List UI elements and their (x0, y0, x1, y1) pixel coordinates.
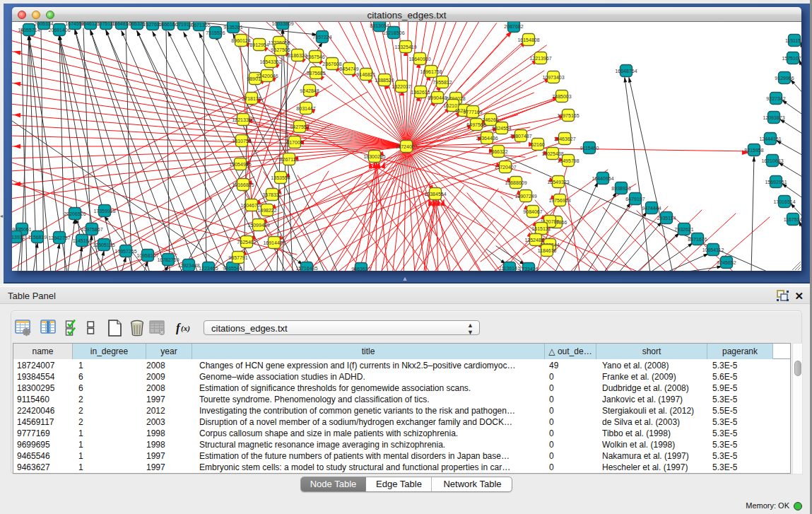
svg-text:16046708: 16046708 (240, 203, 262, 208)
svg-text:10973403: 10973403 (542, 75, 564, 80)
svg-text:9474444: 9474444 (642, 206, 661, 211)
svg-text:1184676: 1184676 (538, 248, 557, 253)
svg-text:16961758: 16961758 (420, 69, 442, 74)
svg-text:16648764: 16648764 (615, 69, 637, 74)
svg-text:22420046: 22420046 (256, 74, 278, 78)
svg-text:15751074: 15751074 (782, 56, 801, 61)
svg-text:10807487: 10807487 (510, 134, 531, 139)
svg-text:12942757: 12942757 (48, 235, 70, 240)
svg-text:3578332: 3578332 (262, 192, 281, 197)
svg-text:7955812: 7955812 (433, 80, 452, 85)
svg-text:11136141: 11136141 (499, 266, 520, 271)
svg-text:1362615: 1362615 (411, 90, 430, 95)
svg-text:7625402: 7625402 (237, 240, 256, 245)
svg-text:1167534: 1167534 (784, 217, 801, 222)
svg-text:17016514: 17016514 (773, 199, 795, 204)
svg-text:9227342: 9227342 (766, 96, 785, 101)
svg-text:8031447: 8031447 (296, 106, 315, 111)
svg-text:1156819: 1156819 (28, 235, 47, 240)
svg-text:9129966: 9129966 (775, 76, 794, 81)
svg-text:3824554: 3824554 (492, 126, 511, 131)
svg-text:17359918: 17359918 (93, 209, 115, 214)
svg-text:15716485: 15716485 (295, 266, 317, 271)
svg-text:8813054: 8813054 (370, 23, 389, 28)
svg-text:20206526: 20206526 (64, 211, 86, 216)
svg-text:12213369: 12213369 (232, 117, 254, 122)
svg-text:16033809: 16033809 (271, 22, 293, 26)
svg-text:15720407: 15720407 (494, 165, 516, 170)
svg-text:17957255: 17957255 (114, 249, 136, 254)
svg-text:2087682: 2087682 (504, 24, 523, 29)
svg-text:8215958: 8215958 (744, 148, 763, 153)
svg-text:9115460: 9115460 (580, 146, 599, 151)
svg-text:7515526: 7515526 (206, 30, 225, 35)
svg-text:15099489: 15099489 (247, 223, 269, 228)
svg-text:8938923: 8938923 (611, 186, 630, 191)
svg-text:1223465: 1223465 (199, 266, 218, 271)
svg-text:16154808: 16154808 (517, 37, 539, 42)
svg-text:20364436: 20364436 (476, 136, 498, 141)
svg-text:8186323: 8186323 (288, 53, 307, 58)
svg-text:9427552: 9427552 (290, 124, 309, 129)
svg-text:3913931: 3913931 (12, 235, 25, 240)
svg-text:1733426: 1733426 (519, 267, 538, 271)
svg-text:19166825: 19166825 (232, 182, 254, 187)
svg-text:10958107: 10958107 (136, 253, 158, 258)
svg-text:8960124: 8960124 (231, 38, 250, 43)
svg-text:8912954: 8912954 (249, 42, 269, 47)
svg-text:9135261: 9135261 (223, 25, 242, 30)
svg-text:10975867: 10975867 (81, 227, 102, 232)
svg-text:18640910: 18640910 (408, 57, 430, 62)
svg-text:14055714: 14055714 (18, 28, 40, 33)
svg-text:19384554: 19384554 (424, 192, 446, 197)
svg-text:18907249: 18907249 (514, 194, 536, 199)
svg-text:19463627: 19463627 (553, 136, 575, 141)
svg-text:(x): (x) (181, 324, 190, 333)
svg-text:16914479: 16914479 (263, 240, 285, 245)
svg-text:13325419: 13325419 (394, 45, 416, 49)
svg-text:3875685: 3875685 (306, 71, 325, 76)
svg-text:9527505: 9527505 (271, 47, 290, 52)
svg-text:9146821: 9146821 (356, 72, 375, 77)
svg-text:6497568: 6497568 (466, 122, 486, 127)
svg-text:8267110: 8267110 (280, 157, 299, 162)
svg-text:7866322: 7866322 (488, 149, 507, 154)
svg-text:2367608: 2367608 (322, 62, 341, 66)
svg-text:18724007: 18724007 (395, 144, 417, 149)
svg-text:746266: 746266 (482, 117, 498, 122)
svg-text:18300295: 18300295 (363, 154, 385, 159)
svg-text:2367546: 2367546 (305, 54, 324, 59)
svg-text:1810755: 1810755 (232, 139, 251, 144)
svg-text:12213967: 12213967 (529, 56, 551, 61)
svg-text:15692951: 15692951 (765, 180, 787, 185)
svg-text:417006: 417006 (286, 140, 302, 145)
svg-text:9242848: 9242848 (300, 88, 319, 93)
svg-text:12505135: 12505135 (93, 243, 114, 247)
svg-text:20691406: 20691406 (48, 28, 70, 33)
svg-text:1353554: 1353554 (271, 175, 290, 180)
svg-text:9465546: 9465546 (223, 266, 242, 271)
svg-text:8471676: 8471676 (688, 237, 707, 242)
svg-text:12444151: 12444151 (759, 136, 781, 141)
svg-text:2005334: 2005334 (34, 22, 53, 26)
svg-text:12093873: 12093873 (763, 115, 784, 120)
svg-text:12975165: 12975165 (557, 113, 579, 118)
svg-text:62160: 62160 (531, 142, 545, 147)
svg-text:13495798: 13495798 (557, 158, 579, 163)
svg-text:8990448: 8990448 (428, 95, 447, 100)
svg-text:1388520: 1388520 (375, 78, 394, 83)
svg-text:9463627: 9463627 (351, 267, 370, 271)
svg-text:9084067: 9084067 (523, 209, 542, 214)
svg-text:2935114: 2935114 (657, 216, 676, 221)
svg-text:2718176: 2718176 (242, 96, 261, 101)
svg-text:1145194: 1145194 (73, 238, 92, 243)
svg-text:16782759: 16782759 (157, 257, 179, 262)
svg-text:9245652: 9245652 (717, 260, 736, 265)
svg-text:9857791: 9857791 (228, 255, 247, 260)
svg-text:1151151: 1151151 (785, 38, 801, 43)
svg-text:1615132: 1615132 (531, 226, 551, 231)
svg-text:7857224: 7857224 (312, 35, 331, 40)
svg-text:7485003: 7485003 (552, 94, 571, 99)
svg-text:8454749: 8454749 (339, 66, 358, 71)
svg-text:10688609: 10688609 (505, 180, 526, 185)
